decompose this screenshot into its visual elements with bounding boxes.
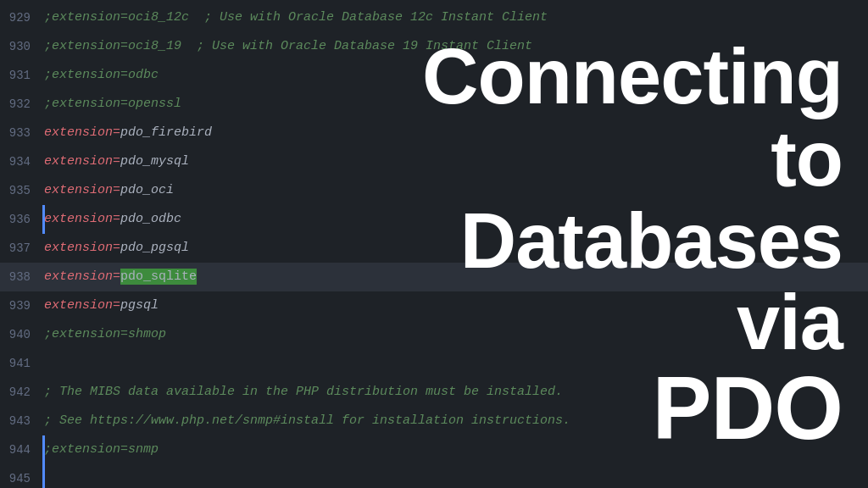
line-content: extension=pdo_odbc	[44, 205, 868, 234]
line-content: extension=pgsql	[44, 291, 868, 320]
line-number: 930	[0, 32, 44, 61]
line-number: 941	[0, 349, 44, 378]
code-line: 935extension=pdo_oci	[0, 176, 868, 205]
line-number: 945	[0, 464, 44, 488]
code-line: 944;extension=snmp	[0, 435, 868, 464]
code-lines: 929;extension=oci8_12c ; Use with Oracle…	[0, 0, 868, 488]
code-line: 939extension=pgsql	[0, 291, 868, 320]
ext-value: pdo_mysql	[120, 154, 189, 169]
code-line: 941	[0, 349, 868, 378]
ext-keyword: extension=	[44, 241, 120, 255]
code-line: 942; The MIBS data available in the PHP …	[0, 378, 868, 407]
comment-text: ; See https://www.php.net/snmp#install f…	[44, 413, 570, 428]
code-line: 929;extension=oci8_12c ; Use with Oracle…	[0, 3, 868, 32]
line-number: 932	[0, 90, 44, 119]
line-number: 944	[0, 435, 44, 464]
line-content: extension=pdo_pgsql	[44, 234, 868, 263]
ext-keyword: extension=	[44, 125, 120, 140]
code-line: 943; See https://www.php.net/snmp#instal…	[0, 407, 868, 435]
comment-text: ;extension=shmop	[44, 327, 166, 341]
code-line: 931;extension=odbc	[0, 61, 868, 90]
ext-keyword: extension=	[44, 298, 120, 313]
ext-value: pdo_firebird	[120, 125, 212, 140]
line-content: extension=pdo_firebird	[44, 119, 868, 147]
main-container: 929;extension=oci8_12c ; Use with Oracle…	[0, 0, 868, 488]
line-content: ;extension=oci8_19 ; Use with Oracle Dat…	[44, 32, 868, 61]
line-number: 933	[0, 119, 44, 147]
line-number: 937	[0, 234, 44, 263]
line-number: 935	[0, 176, 44, 205]
code-line: 936extension=pdo_odbc	[0, 205, 868, 234]
line-number: 931	[0, 61, 44, 90]
line-number: 943	[0, 407, 44, 435]
comment-text: ;extension=snmp	[44, 442, 159, 457]
line-content: ; See https://www.php.net/snmp#install f…	[44, 407, 868, 435]
line-number: 936	[0, 205, 44, 234]
ext-value: pdo_odbc	[120, 212, 181, 226]
code-line: 934extension=pdo_mysql	[0, 147, 868, 176]
line-content: ;extension=snmp	[44, 435, 868, 464]
comment-text: ;extension=oci8_19 ; Use with Oracle Dat…	[44, 39, 532, 53]
code-line: 937extension=pdo_pgsql	[0, 234, 868, 263]
code-line: 945	[0, 464, 868, 488]
line-content: ;extension=openssl	[44, 90, 868, 119]
ext-value: pdo_oci	[120, 183, 174, 197]
code-line: 932;extension=openssl	[0, 90, 868, 119]
line-number: 938	[0, 263, 44, 291]
line-number: 934	[0, 147, 44, 176]
code-line: 940;extension=shmop	[0, 320, 868, 349]
line-content: ;extension=shmop	[44, 320, 868, 349]
comment-text: ;extension=odbc	[44, 68, 159, 82]
code-line: 933extension=pdo_firebird	[0, 119, 868, 147]
comment-text: ;extension=oci8_12c ; Use with Oracle Da…	[44, 10, 548, 25]
ext-value: pdo_pgsql	[120, 241, 189, 255]
line-content: ;extension=oci8_12c ; Use with Oracle Da…	[44, 3, 868, 32]
code-line: 938extension=pdo_sqlite	[0, 263, 868, 291]
code-editor: 929;extension=oci8_12c ; Use with Oracle…	[0, 0, 868, 488]
line-content: ; The MIBS data available in the PHP dis…	[44, 378, 868, 407]
code-line: 930;extension=oci8_19 ; Use with Oracle …	[0, 32, 868, 61]
ext-keyword: extension=	[44, 269, 120, 284]
ext-value: pgsql	[120, 298, 159, 313]
line-number: 940	[0, 320, 44, 349]
ext-keyword: extension=	[44, 183, 120, 197]
line-content: ;extension=odbc	[44, 61, 868, 90]
ext-keyword: extension=	[44, 154, 120, 169]
line-content: extension=pdo_oci	[44, 176, 868, 205]
line-content: extension=pdo_sqlite	[44, 263, 868, 291]
line-number: 939	[0, 291, 44, 320]
comment-text: ;extension=openssl	[44, 97, 181, 111]
comment-text: ; The MIBS data available in the PHP dis…	[44, 385, 563, 399]
line-number: 942	[0, 378, 44, 407]
selected-ext-value: pdo_sqlite	[120, 269, 197, 285]
line-number: 929	[0, 3, 44, 32]
ext-keyword: extension=	[44, 212, 120, 226]
line-content: extension=pdo_mysql	[44, 147, 868, 176]
